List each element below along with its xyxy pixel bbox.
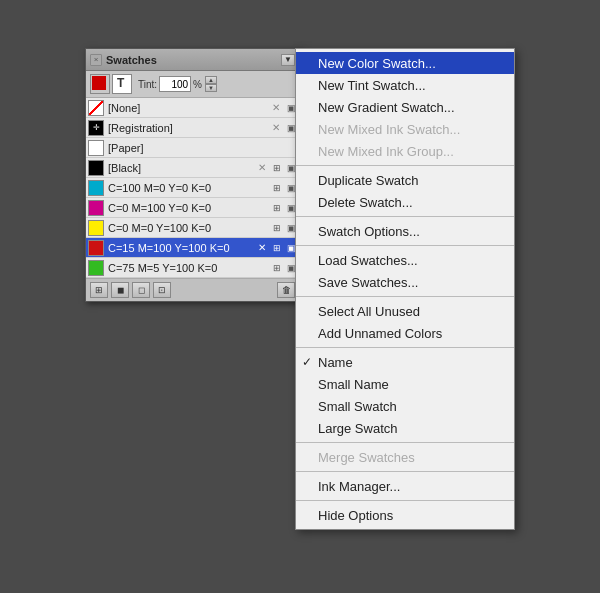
solid-fill-button[interactable]: ◼ [111,282,129,298]
menu-item-ink-manager[interactable]: Ink Manager... [296,475,514,497]
swatch-grid-green: ⊞ [271,262,283,274]
swatch-name-registration: [Registration] [108,122,269,134]
swatch-list: [None] ✕ ▣ ✛ [Registration] ✕ ▣ [Paper] [86,98,299,278]
tint-label: Tint: [138,79,157,90]
swatch-grid-magenta: ⊞ [271,202,283,214]
fill-color-icon[interactable] [90,74,110,94]
panel-title: Swatches [106,54,157,66]
menu-item-load-swatches-label: Load Swatches... [318,253,496,268]
swatch-name-magenta: C=0 M=100 Y=0 K=0 [108,202,271,214]
swatch-name-black: [Black] [108,162,255,174]
menu-item-ink-manager-label: Ink Manager... [318,479,496,494]
swatch-icons-red: ✕ ⊞ ▣ [255,241,297,255]
percent-label: % [193,79,202,90]
menu-item-hide-options[interactable]: Hide Options [296,504,514,526]
menu-item-new-color-swatch-label: New Color Swatch... [318,56,496,71]
swatch-color-green [88,260,104,276]
menu-item-duplicate-swatch[interactable]: Duplicate Swatch [296,169,514,191]
tint-up-arrow[interactable]: ▲ [205,76,217,84]
swatch-row-paper[interactable]: [Paper] [86,138,299,158]
stroke-color-icon[interactable] [112,74,132,94]
menu-item-new-mixed-ink-group-label: New Mixed Ink Group... [318,144,496,159]
tint-arrows: ▲ ▼ [205,76,217,92]
swatch-row-cyan[interactable]: C=100 M=0 Y=0 K=0 ⊞ ▣ [86,178,299,198]
menu-separator-5 [296,347,514,348]
swatch-name-cyan: C=100 M=0 Y=0 K=0 [108,182,271,194]
delete-swatch-button[interactable]: 🗑 [277,282,295,298]
swatch-row-none[interactable]: [None] ✕ ▣ [86,98,299,118]
menu-item-small-swatch-view[interactable]: Small Swatch [296,395,514,417]
swatch-row-registration[interactable]: ✛ [Registration] ✕ ▣ [86,118,299,138]
swatches-panel: × Swatches ▼ Tint: % ▲ ▼ [None] ✕ ▣ [85,48,300,302]
menu-item-select-all-unused[interactable]: Select All Unused [296,300,514,322]
mixed-fill-button[interactable]: ⊡ [153,282,171,298]
swatch-color-cyan [88,180,104,196]
swatch-x-registration: ✕ [269,121,283,135]
swatch-icons-magenta: ⊞ ▣ [271,202,297,214]
swatch-row-black[interactable]: [Black] ✕ ⊞ ▣ [86,158,299,178]
swatch-x-red: ✕ [255,241,269,255]
menu-item-load-swatches[interactable]: Load Swatches... [296,249,514,271]
menu-item-small-swatch-view-label: Small Swatch [318,399,496,414]
swatch-grid-yellow: ⊞ [271,222,283,234]
menu-separator-8 [296,500,514,501]
panel-title-left: × Swatches [90,54,157,66]
swatch-name-yellow: C=0 M=0 Y=100 K=0 [108,222,271,234]
panel-menu-button[interactable]: ▼ [281,54,295,66]
menu-item-select-all-unused-label: Select All Unused [318,304,496,319]
menu-item-name-view-label: Name [318,355,496,370]
swatch-x-none: ✕ [269,101,283,115]
swatch-color-paper [88,140,104,156]
swatch-row-yellow[interactable]: C=0 M=0 Y=100 K=0 ⊞ ▣ [86,218,299,238]
menu-separator-4 [296,296,514,297]
swatch-name-green: C=75 M=5 Y=100 K=0 [108,262,271,274]
menu-item-add-unnamed-colors-label: Add Unnamed Colors [318,326,496,341]
menu-item-swatch-options-label: Swatch Options... [318,224,496,239]
menu-item-hide-options-label: Hide Options [318,508,496,523]
menu-item-duplicate-swatch-label: Duplicate Swatch [318,173,496,188]
menu-item-new-mixed-ink-swatch-label: New Mixed Ink Swatch... [318,122,496,137]
menu-item-new-gradient-swatch-label: New Gradient Swatch... [318,100,496,115]
swatch-name-none: [None] [108,102,269,114]
swatch-icons-green: ⊞ ▣ [271,262,297,274]
menu-separator-1 [296,165,514,166]
panel-close-button[interactable]: × [90,54,102,66]
menu-item-merge-swatches-label: Merge Swatches [318,450,496,465]
swatch-color-registration: ✛ [88,120,104,136]
menu-item-name-view[interactable]: Name [296,351,514,373]
panel-toolbar: Tint: % ▲ ▼ [86,71,299,98]
open-fill-button[interactable]: ◻ [132,282,150,298]
menu-separator-3 [296,245,514,246]
menu-separator-2 [296,216,514,217]
menu-item-add-unnamed-colors[interactable]: Add Unnamed Colors [296,322,514,344]
menu-item-swatch-options[interactable]: Swatch Options... [296,220,514,242]
tint-input[interactable] [159,76,191,92]
swatch-row-red[interactable]: C=15 M=100 Y=100 K=0 ✕ ⊞ ▣ [86,238,299,258]
swatch-color-none [88,100,104,116]
swatch-icons-none: ✕ ▣ [269,101,297,115]
menu-item-new-tint-swatch[interactable]: New Tint Swatch... [296,74,514,96]
swatch-color-yellow [88,220,104,236]
menu-item-delete-swatch[interactable]: Delete Swatch... [296,191,514,213]
tint-down-arrow[interactable]: ▼ [205,84,217,92]
menu-item-new-tint-swatch-label: New Tint Swatch... [318,78,496,93]
panel-titlebar: × Swatches ▼ [86,49,299,71]
menu-item-small-name-view[interactable]: Small Name [296,373,514,395]
new-swatch-button[interactable]: ⊞ [90,282,108,298]
menu-item-new-mixed-ink-swatch: New Mixed Ink Swatch... [296,118,514,140]
context-menu: New Color Swatch... New Tint Swatch... N… [295,48,515,530]
swatch-grid-black: ⊞ [271,162,283,174]
swatch-x-black: ✕ [255,161,269,175]
menu-item-save-swatches[interactable]: Save Swatches... [296,271,514,293]
swatch-row-green[interactable]: C=75 M=5 Y=100 K=0 ⊞ ▣ [86,258,299,278]
menu-item-merge-swatches: Merge Swatches [296,446,514,468]
menu-item-large-swatch-view[interactable]: Large Swatch [296,417,514,439]
menu-item-save-swatches-label: Save Swatches... [318,275,496,290]
menu-separator-7 [296,471,514,472]
menu-separator-6 [296,442,514,443]
menu-item-new-gradient-swatch[interactable]: New Gradient Swatch... [296,96,514,118]
menu-item-new-mixed-ink-group: New Mixed Ink Group... [296,140,514,162]
swatch-icons-yellow: ⊞ ▣ [271,222,297,234]
menu-item-new-color-swatch[interactable]: New Color Swatch... [296,52,514,74]
swatch-row-magenta[interactable]: C=0 M=100 Y=0 K=0 ⊞ ▣ [86,198,299,218]
